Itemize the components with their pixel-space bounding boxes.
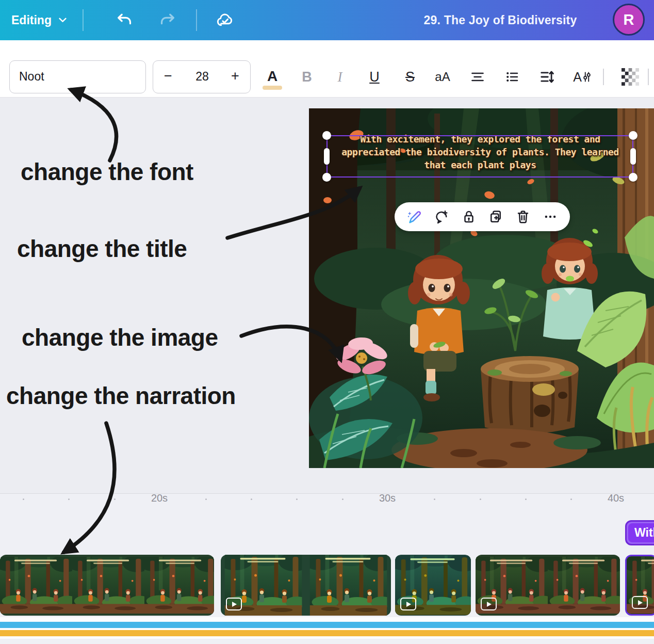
undo-icon — [116, 11, 133, 29]
document-title[interactable]: 29. The Joy of Biodiversity — [361, 0, 640, 40]
timeline-clip-2[interactable] — [221, 555, 391, 616]
cloud-check-icon — [216, 11, 234, 30]
timeline-panel: 20s 30s 40s With — [0, 494, 654, 644]
strikethrough-button[interactable]: S — [400, 60, 420, 93]
annotation-change-font: change the font — [21, 158, 193, 186]
annotation-change-title: change the title — [17, 235, 187, 263]
divider — [603, 69, 604, 85]
selection-handle-left[interactable] — [324, 148, 330, 165]
play-badge-icon — [632, 596, 648, 609]
text-color-swatch — [263, 86, 282, 90]
audio-track-blue[interactable] — [0, 622, 654, 628]
comment-add-button[interactable] — [433, 208, 450, 226]
top-bar: Editing 29. The Joy of Biodiversity R — [0, 0, 654, 40]
comment-add-icon — [434, 209, 449, 224]
tree-stump — [481, 356, 579, 433]
font-family-selector[interactable]: Noot — [9, 60, 146, 93]
align-center-icon — [470, 70, 485, 84]
selection-handle-bottom-left[interactable] — [322, 173, 331, 182]
divider — [196, 9, 197, 31]
selection-handle-bottom-right[interactable] — [629, 173, 637, 182]
play-badge-icon — [226, 598, 242, 610]
play-badge-icon — [481, 598, 497, 610]
transparency-checkerboard-icon — [622, 68, 639, 86]
divider — [83, 9, 84, 31]
arrow-to-font-field — [71, 90, 117, 160]
ruler-label-40s: 40s — [608, 492, 624, 504]
font-name: Noot — [19, 61, 44, 92]
audio-track-yellow[interactable] — [0, 630, 654, 636]
duplicate-icon — [488, 209, 503, 224]
annotation-change-image: change the image — [22, 324, 218, 351]
undo-button[interactable] — [116, 11, 133, 29]
bullet-list-icon — [505, 70, 519, 84]
text-case-button[interactable]: aA — [431, 60, 454, 93]
timeline-clip-1[interactable] — [0, 555, 214, 616]
line-spacing-icon — [539, 69, 555, 85]
selection-handle-top-right[interactable] — [629, 131, 637, 140]
text-color-button[interactable]: A — [261, 60, 284, 93]
text-toolbar: Noot − 28 + A B I U S aA — [0, 40, 654, 98]
selected-clip-label[interactable]: With — [625, 520, 654, 545]
avatar[interactable]: R — [613, 4, 645, 36]
effects-letter: A — [573, 70, 582, 85]
transparency-button[interactable] — [620, 60, 641, 93]
play-badge-icon — [400, 598, 416, 610]
line-spacing-button[interactable] — [536, 60, 559, 93]
editing-mode-dropdown[interactable]: Editing — [11, 0, 67, 40]
text-align-button[interactable] — [467, 60, 488, 93]
bold-button[interactable]: B — [297, 60, 317, 93]
font-size-value[interactable]: 28 — [183, 61, 221, 92]
chevron-down-icon — [59, 15, 67, 25]
underline-button[interactable]: U — [365, 60, 384, 93]
magic-edit-button[interactable] — [405, 208, 423, 226]
more-options-button[interactable] — [542, 208, 559, 226]
lock-button[interactable] — [460, 208, 478, 226]
teal-leaves-left — [309, 375, 422, 468]
divider — [648, 69, 649, 85]
canva-editor: Editing 29. The Joy of Biodiversity R No… — [0, 0, 654, 644]
lock-icon — [461, 209, 477, 224]
design-canvas[interactable]: With excitement, they explored the fores… — [309, 108, 654, 468]
magic-edit-icon — [406, 209, 422, 224]
annotation-change-narration: change the narration — [6, 382, 236, 410]
text-color-letter: A — [267, 69, 277, 84]
delete-button[interactable] — [514, 208, 532, 226]
text-selection-box[interactable] — [326, 135, 633, 178]
avatar-initial: R — [624, 11, 634, 28]
duplicate-button[interactable] — [487, 208, 504, 226]
font-size-stepper: − 28 + — [153, 60, 251, 93]
decrease-font-size-button[interactable]: − — [153, 61, 183, 91]
timeline-clip-4[interactable] — [476, 555, 620, 616]
selection-handle-top-left[interactable] — [322, 131, 331, 140]
selection-handle-right[interactable] — [630, 148, 636, 165]
ruler-label-20s: 20s — [151, 492, 168, 504]
redo-button[interactable] — [159, 11, 176, 29]
cloud-save-status — [216, 11, 233, 29]
editing-mode-label: Editing — [11, 13, 52, 27]
timeline-clip-5-selected[interactable] — [625, 555, 654, 616]
ruler-label-30s: 30s — [379, 492, 396, 504]
bullet-list-button[interactable] — [502, 60, 522, 93]
increase-font-size-button[interactable]: + — [220, 61, 250, 91]
element-context-toolbar — [395, 202, 570, 231]
more-dots-icon — [543, 209, 558, 224]
timeline-clip-3[interactable] — [395, 555, 471, 616]
text-effects-button[interactable]: A — [570, 60, 594, 93]
trash-icon — [515, 209, 531, 224]
redo-icon — [159, 11, 176, 29]
italic-button[interactable]: I — [330, 60, 350, 93]
text-effects-icon — [583, 71, 591, 83]
